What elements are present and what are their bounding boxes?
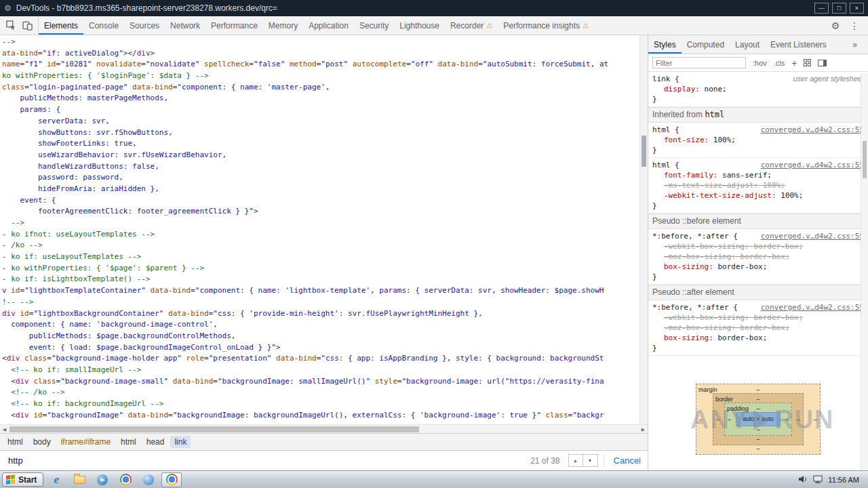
css-declaration[interactable]: -moz-box-sizing: border-box; xyxy=(652,251,864,262)
panel-icon[interactable] xyxy=(818,60,827,66)
code-line[interactable]: <div class="background-image-holder app"… xyxy=(2,353,639,365)
styles-scrollbar[interactable] xyxy=(861,73,868,470)
close-button[interactable]: × xyxy=(850,3,864,14)
start-button[interactable]: Start xyxy=(2,472,43,487)
code-line[interactable]: - /ko --> xyxy=(2,240,639,251)
code-line[interactable]: publicMethods: $page.backgroundControlMe… xyxy=(2,331,639,342)
breadcrumb-item-head[interactable]: head xyxy=(142,436,169,448)
rule-selector[interactable]: html { xyxy=(652,125,679,135)
code-line[interactable]: <!-- ko if: smallImageUrl --> xyxy=(2,365,639,376)
stylesheet-link[interactable]: converged.v…d4w2.css:55 xyxy=(761,302,864,312)
code-line[interactable]: <!-- /ko --> xyxy=(2,387,639,399)
scrollbar-thumb[interactable] xyxy=(642,136,646,167)
tab-elements[interactable]: Elements xyxy=(39,16,83,35)
code-line[interactable]: ko withProperties: { '$loginPage': $data… xyxy=(2,70,639,82)
code-line[interactable]: event: { load: $page.backgroundImageCont… xyxy=(2,342,639,354)
css-declaration[interactable]: -moz-box-sizing: border-box; xyxy=(652,323,864,333)
code-line[interactable]: - ko ifnot: useLayoutTemplates --> xyxy=(2,229,639,241)
css-declaration[interactable]: font-family: sans-serif; xyxy=(652,170,864,180)
code-line[interactable]: publicMethods: masterPageMethods, xyxy=(2,93,639,104)
minimize-button[interactable]: — xyxy=(814,3,829,14)
breadcrumb-item-iframe-iframe[interactable]: iframe#iframe xyxy=(57,436,115,448)
speaker-icon[interactable] xyxy=(799,474,808,486)
tab-recorder[interactable]: Recorder⚠ xyxy=(445,16,498,35)
tab-layout[interactable]: Layout xyxy=(730,35,765,54)
rule-selector[interactable]: *:before, *:after { xyxy=(652,231,738,241)
code-line[interactable]: !-- --> xyxy=(2,297,639,308)
maximize-button[interactable]: □ xyxy=(832,3,846,14)
network-icon[interactable] xyxy=(813,474,823,486)
breadcrumb-item-html[interactable]: html xyxy=(3,436,27,448)
tab-event-listeners[interactable]: Event Listeners xyxy=(765,35,832,54)
inspect-element-icon[interactable] xyxy=(4,19,18,33)
code-line[interactable]: - ko if: useLayoutTemplates --> xyxy=(2,251,639,263)
code-line[interactable]: <!-- ko if: backgroundImageUrl --> xyxy=(2,399,639,410)
class-toggle[interactable]: .cls xyxy=(774,59,785,67)
code-line[interactable]: showFooterLinks: true, xyxy=(2,138,639,150)
code-line[interactable]: name="f1" id="i0281" novalidate="novalid… xyxy=(2,59,639,70)
css-declaration[interactable]: display: none; xyxy=(652,84,864,94)
box-model-padding[interactable]: padding – – – – auto × auto xyxy=(724,403,792,436)
code-line[interactable]: <div class="background-image-small" data… xyxy=(2,376,639,388)
code-line[interactable]: hideFromAria: ariaHidden }, xyxy=(2,184,639,195)
css-declaration[interactable]: -webkit-text-size-adjust: 100%; xyxy=(652,190,864,201)
rule-selector[interactable]: link { xyxy=(652,74,679,84)
code-line[interactable]: - ko withProperties: { '$page': $parent … xyxy=(2,263,639,274)
taskbar-item-chrome-active[interactable] xyxy=(161,472,182,487)
tab-sources[interactable]: Sources xyxy=(124,16,165,35)
code-line[interactable]: <div id="backgroundImage" data-bind="bac… xyxy=(2,410,639,422)
tab-network[interactable]: Network xyxy=(165,16,205,35)
tab-lighthouse[interactable]: Lighthouse xyxy=(394,16,445,35)
more-options-icon[interactable]: ⋮ xyxy=(848,19,861,33)
grid-icon[interactable] xyxy=(804,59,811,66)
search-input[interactable] xyxy=(7,455,530,466)
code-line[interactable]: div id="lightboxBackgroundContainer" dat… xyxy=(2,308,639,320)
taskbar-clock[interactable]: 11:56 AM xyxy=(828,476,859,484)
code-line[interactable]: params: { xyxy=(2,104,639,116)
code-line[interactable]: password: password, xyxy=(2,172,639,184)
css-declaration[interactable]: box-sizing: border-box; xyxy=(652,333,864,343)
css-declaration[interactable]: -webkit-box-sizing: border-box; xyxy=(652,312,864,323)
stylesheet-link[interactable]: converged.v…d4w2.css:55 xyxy=(761,160,864,170)
code-line[interactable]: event: { xyxy=(2,195,639,207)
code-line[interactable]: useWizardBehavior: svr.fUseWizardBehavio… xyxy=(2,150,639,161)
device-toolbar-icon[interactable] xyxy=(20,19,34,33)
scroll-right-icon[interactable]: ▶ xyxy=(639,425,648,434)
css-declaration[interactable]: font-size: 100%; xyxy=(652,135,864,145)
scrollbar-thumb[interactable] xyxy=(863,141,867,178)
breadcrumb-item-link[interactable]: link xyxy=(170,436,191,448)
box-model-border[interactable]: border – – – – padding – xyxy=(713,393,804,445)
stylesheet-link[interactable]: converged.v…d4w2.css:55 xyxy=(761,231,864,241)
search-cancel-button[interactable]: Cancel xyxy=(614,455,641,466)
code-line[interactable]: class="login-paginated-page" data-bind="… xyxy=(2,82,639,94)
search-prev-icon[interactable]: ▲ xyxy=(568,454,583,467)
tab-application[interactable]: Application xyxy=(303,16,354,35)
code-line[interactable]: handleWizardButtons: false, xyxy=(2,161,639,173)
taskbar-item-internet-explorer[interactable]: e xyxy=(46,472,66,487)
more-tabs-icon[interactable]: » xyxy=(852,40,857,49)
pseudo-state-toggle[interactable]: :hov xyxy=(753,59,767,67)
code-line[interactable]: --> xyxy=(2,37,639,48)
tab-memory[interactable]: Memory xyxy=(263,16,303,35)
new-style-rule-button[interactable]: + xyxy=(791,58,797,68)
css-declaration[interactable]: -ms-text-size-adjust: 100%; xyxy=(652,180,864,190)
code-line[interactable]: v id="lightboxTemplateContainer" data-bi… xyxy=(2,285,639,297)
taskbar-item-chrome[interactable] xyxy=(115,472,136,487)
code-line[interactable]: serverData: svr, xyxy=(2,116,639,127)
styles-filter-input[interactable] xyxy=(652,57,746,68)
code-line[interactable]: - ko if: isLightboxTemplate() --> xyxy=(2,274,639,285)
tab-security[interactable]: Security xyxy=(354,16,394,35)
elements-vertical-scrollbar[interactable] xyxy=(639,35,648,424)
code-line[interactable]: component: { name: 'background-image-con… xyxy=(2,319,639,331)
stylesheet-link[interactable]: converged.v…d4w2.css:55 xyxy=(761,125,864,135)
breadcrumb-item-body[interactable]: body xyxy=(29,436,55,448)
taskbar-item-media-player[interactable]: ▶ xyxy=(92,472,113,487)
css-declaration[interactable]: box-sizing: border-box; xyxy=(652,262,864,272)
box-model-content[interactable]: auto × auto xyxy=(736,412,781,426)
search-next-icon[interactable]: ▼ xyxy=(583,454,598,467)
scroll-left-icon[interactable]: ◀ xyxy=(0,425,9,434)
box-model-margin[interactable]: margin – – – – border – – – xyxy=(696,384,821,455)
settings-gear-icon[interactable]: ⚙ xyxy=(829,19,842,33)
code-line[interactable]: --> xyxy=(2,218,639,229)
elements-horizontal-scrollbar[interactable]: ◀ ▶ xyxy=(0,424,648,433)
